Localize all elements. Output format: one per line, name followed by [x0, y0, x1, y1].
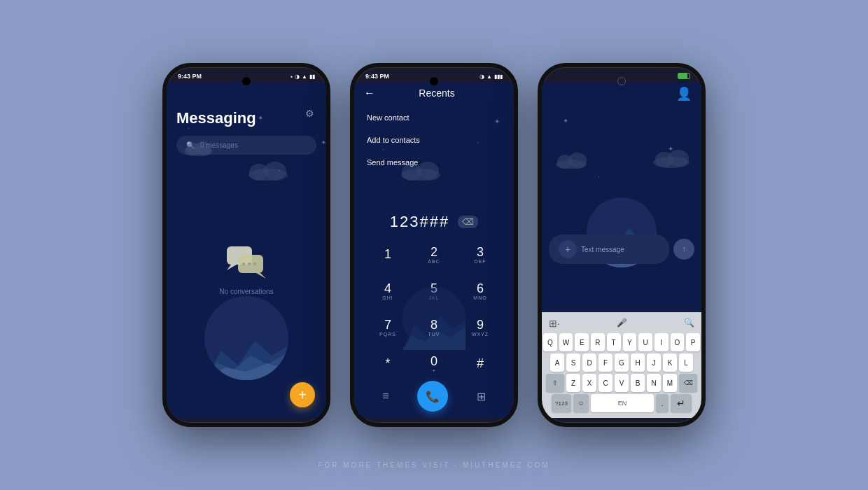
dial-key-star[interactable]: * — [368, 349, 407, 379]
dial-key-4[interactable]: 4GHI — [368, 276, 407, 307]
keyboard-search-icon[interactable]: 🔍 — [681, 316, 697, 330]
key-y[interactable]: Y — [623, 333, 637, 351]
dial-key-1[interactable]: 1 — [368, 239, 407, 270]
keyboard-row-z: ⇧ Z X C V B N M ⌫ — [543, 374, 700, 392]
punch-hole-2 — [430, 77, 438, 85]
send-button[interactable]: ↑ — [673, 239, 694, 260]
dial-key-2[interactable]: 2ABC — [414, 239, 454, 270]
key-u[interactable]: U — [638, 333, 652, 351]
settings-icon[interactable]: ⚙ — [302, 106, 316, 120]
key-r[interactable]: R — [591, 333, 605, 351]
key-h[interactable]: H — [631, 354, 645, 372]
dialer-display: 123### ⌫ — [354, 204, 514, 237]
message-placeholder: Text message — [581, 246, 624, 253]
key-num-switch[interactable]: ?123 — [552, 394, 571, 412]
key-period[interactable]: . — [656, 394, 668, 412]
sparkle: · — [598, 173, 600, 181]
call-button[interactable]: 📞 — [417, 381, 448, 412]
key-t[interactable]: T — [607, 333, 621, 351]
key-j[interactable]: J — [647, 354, 661, 372]
status-icons-1: ▪ ◑ ▲ ▮▮ — [290, 74, 315, 80]
key-space[interactable]: EN — [591, 394, 654, 412]
dial-key-hash[interactable]: # — [461, 349, 500, 379]
dial-key-0[interactable]: 0+ — [414, 349, 454, 379]
key-w[interactable]: W — [559, 333, 573, 351]
punch-hole-3 — [617, 77, 626, 85]
dialpad-row-4: * 0+ # — [368, 349, 500, 379]
phone-keyboard: 👤 ✦ ✦ · — [538, 63, 706, 427]
keyboard-emoji-grid-icon[interactable]: ⊞· — [546, 316, 563, 330]
svg-marker-7 — [227, 265, 237, 270]
keyboard-row-a: A S D F G H J K L — [543, 354, 700, 372]
attach-button[interactable]: + — [559, 240, 577, 258]
key-l[interactable]: L — [679, 354, 693, 372]
dialpad: 1 2ABC 3DEF 4GHI 5JKL 6MNO — [354, 237, 514, 388]
key-shift[interactable]: ⇧ — [546, 374, 564, 392]
key-s[interactable]: S — [566, 354, 580, 372]
cloud-1 — [181, 139, 216, 159]
back-button[interactable]: ← — [364, 87, 375, 99]
sparkle: · — [188, 125, 190, 132]
cloud-4 — [552, 152, 591, 172]
key-d[interactable]: D — [582, 354, 596, 372]
dialpad-row-3: 7PQRS 8TUV 9WXYZ — [368, 312, 500, 343]
fab-button[interactable]: + — [290, 382, 315, 407]
phones-container: 9:43 PM ▪ ◑ ▲ ▮▮ ⚙ ✦ ✦ · · Messaging 🔍 0… — [162, 63, 706, 427]
phone-messaging: 9:43 PM ▪ ◑ ▲ ▮▮ ⚙ ✦ ✦ · · Messaging 🔍 0… — [162, 63, 330, 427]
person-icon[interactable]: 👤 — [676, 86, 692, 102]
svg-point-18 — [568, 153, 587, 168]
svg-point-5 — [264, 162, 286, 180]
dial-key-7[interactable]: 7PQRS — [368, 312, 407, 343]
dialer-screen: ← Recents New contact Add to contacts Se… — [354, 83, 514, 419]
sparkle: ✦ — [258, 114, 263, 122]
key-c[interactable]: C — [598, 374, 612, 392]
key-a[interactable]: A — [550, 354, 564, 372]
sparkle: ✦ — [563, 117, 568, 125]
dial-key-3[interactable]: 3DEF — [461, 239, 500, 270]
message-input-area: + Text message ↑ — [542, 234, 701, 264]
battery-indicator — [678, 73, 690, 79]
dialpad-mountain-area: 7PQRS 8TUV 9WXYZ — [368, 312, 500, 343]
key-m[interactable]: M — [663, 374, 677, 392]
key-z[interactable]: Z — [566, 374, 580, 392]
nav-menu-icon[interactable]: ≡ — [382, 390, 388, 402]
status-icons-2: ◑ ▲ ▮▮▮ — [479, 74, 503, 80]
key-backspace[interactable]: ⌫ — [679, 374, 697, 392]
bottom-nav: ≡ 📞 ⊞ — [354, 381, 514, 412]
cloud-3 — [396, 160, 445, 183]
svg-point-21 — [668, 150, 689, 167]
key-b[interactable]: B — [631, 374, 645, 392]
dial-key-9[interactable]: 9WXYZ — [461, 312, 500, 343]
menu-add-contacts[interactable]: Add to contacts — [354, 129, 514, 151]
key-n[interactable]: N — [647, 374, 661, 392]
keyboard-row-q: Q W E R T Y U I O P — [543, 333, 700, 351]
key-enter[interactable]: ↵ — [671, 394, 692, 412]
key-k[interactable]: K — [663, 354, 677, 372]
recents-title: Recents — [384, 88, 490, 99]
nav-grid-icon[interactable]: ⊞ — [477, 390, 486, 403]
svg-marker-9 — [256, 273, 266, 279]
menu-new-contact[interactable]: New contact — [354, 106, 514, 129]
key-g[interactable]: G — [615, 354, 629, 372]
key-q[interactable]: Q — [543, 333, 557, 351]
key-v[interactable]: V — [615, 374, 629, 392]
key-o[interactable]: O — [671, 333, 685, 351]
keyboard-top-row: ⊞· 🎤 🔍 — [543, 315, 700, 332]
svg-point-12 — [253, 262, 256, 265]
dialer-number: 123### — [390, 213, 449, 231]
key-p[interactable]: P — [686, 333, 700, 351]
message-input-box[interactable]: + Text message — [549, 234, 669, 264]
backspace-button[interactable]: ⌫ — [458, 216, 478, 228]
key-e[interactable]: E — [575, 333, 589, 351]
keyboard-mic-icon[interactable]: 🎤 — [614, 316, 630, 330]
dial-key-6[interactable]: 6MNO — [461, 276, 500, 307]
svg-point-15 — [416, 162, 439, 180]
key-f[interactable]: F — [598, 354, 612, 372]
key-emoji[interactable]: ☺ — [573, 394, 589, 412]
no-conversations-label: No conversations — [219, 284, 273, 297]
dial-key-8[interactable]: 8TUV — [414, 312, 454, 343]
key-x[interactable]: X — [582, 374, 596, 392]
key-i[interactable]: I — [654, 333, 668, 351]
messaging-screen: ⚙ ✦ ✦ · · Messaging 🔍 0 messages — [167, 83, 326, 419]
cloud-5 — [649, 148, 694, 171]
